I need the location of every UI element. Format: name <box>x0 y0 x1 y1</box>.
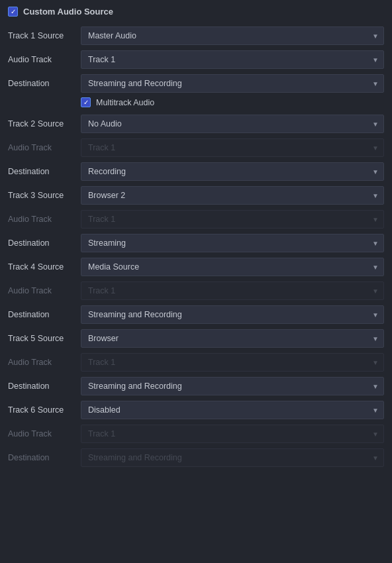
track5-audio-row: Audio Track Track 1 ▼ <box>8 352 384 372</box>
track3-dest-select[interactable]: Streaming <box>81 234 384 252</box>
track4-dest-row: Destination Streaming and Recording ▼ <box>8 305 384 325</box>
track1-source-select-wrapper: Master Audio ▼ <box>81 26 384 45</box>
track2-dest-select-wrapper: Recording ▼ <box>81 162 384 181</box>
track2-audio-label: Audio Track <box>8 143 81 152</box>
track2-dest-row: Destination Recording ▼ <box>8 162 384 181</box>
panel-title: Custom Audio Source <box>23 7 113 17</box>
track2-audio-select[interactable]: Track 1 <box>81 138 384 157</box>
track5-dest-select-wrapper: Streaming and Recording ▼ <box>81 377 384 395</box>
track6-source-select-wrapper: Disabled ▼ <box>81 401 384 419</box>
track1-source-row: Track 1 Source Master Audio ▼ <box>8 26 384 46</box>
track3-audio-select[interactable]: Track 1 <box>81 210 384 229</box>
track2-source-label: Track 2 Source <box>8 119 81 128</box>
track2-source-select[interactable]: No Audio <box>81 115 384 133</box>
track2-source-select-wrapper: No Audio ▼ <box>81 115 384 133</box>
track1-dest-select[interactable]: Streaming and Recording <box>81 74 384 93</box>
track6-dest-select-wrapper: Streaming and Recording ▼ <box>81 448 384 467</box>
header-row: Custom Audio Source <box>8 7 384 17</box>
track3-source-label: Track 3 Source <box>8 191 81 200</box>
track3-source-select[interactable]: Browser 2 <box>81 186 384 205</box>
multitrack-checkbox[interactable] <box>81 97 91 107</box>
track5-source-row: Track 5 Source Browser ▼ <box>8 329 384 348</box>
track3-dest-label: Destination <box>8 238 81 248</box>
track1-source-label: Track 1 Source <box>8 31 81 40</box>
track5-audio-select-wrapper: Track 1 ▼ <box>81 353 384 372</box>
track2-audio-row: Audio Track Track 1 ▼ <box>8 138 384 158</box>
track6-source-select[interactable]: Disabled <box>81 401 384 419</box>
track1-dest-label: Destination <box>8 79 81 88</box>
track3-audio-label: Audio Track <box>8 215 81 224</box>
track2-audio-select-wrapper: Track 1 ▼ <box>81 138 384 157</box>
track4-dest-select-wrapper: Streaming and Recording ▼ <box>81 305 384 324</box>
track3-source-select-wrapper: Browser 2 ▼ <box>81 186 384 205</box>
track5-source-select-wrapper: Browser ▼ <box>81 329 384 348</box>
track2-dest-select[interactable]: Recording <box>81 162 384 181</box>
multitrack-label: Multitrack Audio <box>96 98 154 107</box>
track4-source-label: Track 4 Source <box>8 262 81 272</box>
multitrack-row: Multitrack Audio <box>81 97 384 107</box>
track5-dest-label: Destination <box>8 382 81 391</box>
track5-dest-row: Destination Streaming and Recording ▼ <box>8 376 384 396</box>
track4-dest-select[interactable]: Streaming and Recording <box>81 305 384 324</box>
track2-dest-label: Destination <box>8 167 81 176</box>
track1-audio-row: Audio Track Track 1 ▼ <box>8 50 384 70</box>
track1-dest-select-wrapper: Streaming and Recording ▼ <box>81 74 384 93</box>
track4-source-select-wrapper: Media Source ▼ <box>81 258 384 276</box>
track6-dest-select[interactable]: Streaming and Recording <box>81 448 384 467</box>
track6-audio-select-wrapper: Track 1 ▼ <box>81 425 384 443</box>
track4-audio-label: Audio Track <box>8 286 81 295</box>
track6-audio-label: Audio Track <box>8 429 81 438</box>
track4-audio-row: Audio Track Track 1 ▼ <box>8 281 384 301</box>
track3-audio-select-wrapper: Track 1 ▼ <box>81 210 384 229</box>
track1-audio-select[interactable]: Track 1 <box>81 50 384 69</box>
track3-dest-row: Destination Streaming ▼ <box>8 233 384 253</box>
track1-audio-label: Audio Track <box>8 55 81 64</box>
track4-dest-label: Destination <box>8 310 81 319</box>
track6-source-label: Track 6 Source <box>8 405 81 415</box>
track3-audio-row: Audio Track Track 1 ▼ <box>8 209 384 229</box>
track6-source-row: Track 6 Source Disabled ▼ <box>8 400 384 420</box>
track1-source-select[interactable]: Master Audio <box>81 26 384 45</box>
track4-audio-select-wrapper: Track 1 ▼ <box>81 282 384 300</box>
track6-dest-row: Destination Streaming and Recording ▼ <box>8 448 384 468</box>
custom-audio-source-panel: Custom Audio Source Track 1 Source Maste… <box>0 0 392 478</box>
track6-dest-label: Destination <box>8 453 81 462</box>
track3-dest-select-wrapper: Streaming ▼ <box>81 234 384 252</box>
track5-source-select[interactable]: Browser <box>81 329 384 348</box>
track5-audio-select[interactable]: Track 1 <box>81 353 384 372</box>
track1-dest-row: Destination Streaming and Recording ▼ <box>8 74 384 93</box>
track4-source-select[interactable]: Media Source <box>81 258 384 276</box>
track4-audio-select[interactable]: Track 1 <box>81 282 384 300</box>
track4-source-row: Track 4 Source Media Source ▼ <box>8 257 384 277</box>
track5-dest-select[interactable]: Streaming and Recording <box>81 377 384 395</box>
track6-audio-select[interactable]: Track 1 <box>81 425 384 443</box>
track6-audio-row: Audio Track Track 1 ▼ <box>8 424 384 444</box>
track5-audio-label: Audio Track <box>8 358 81 367</box>
track3-source-row: Track 3 Source Browser 2 ▼ <box>8 185 384 205</box>
track2-source-row: Track 2 Source No Audio ▼ <box>8 114 384 134</box>
track5-source-label: Track 5 Source <box>8 334 81 343</box>
custom-audio-source-checkbox[interactable] <box>8 7 18 17</box>
track1-audio-select-wrapper: Track 1 ▼ <box>81 50 384 69</box>
